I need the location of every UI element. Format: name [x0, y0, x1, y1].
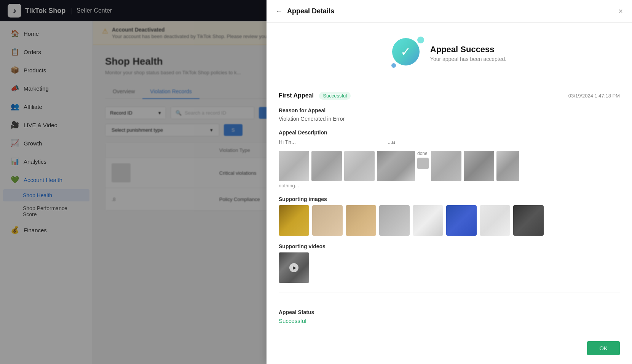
first-appeal-header: First Appeal Successful 03/19/2024 1:47:… — [279, 92, 620, 100]
blurred-image[interactable] — [464, 151, 494, 181]
support-image-7[interactable] — [480, 205, 510, 236]
description-text: Hi Th... ...a — [279, 138, 620, 146]
appeal-status-value: Successful — [279, 318, 620, 324]
appeal-status-badge: Successful — [319, 92, 351, 100]
nothing-text: nothing... — [279, 183, 620, 188]
appeal-date: 03/19/2024 1:47:18 PM — [568, 93, 620, 99]
blurred-images-row1: done — [279, 151, 620, 181]
description-label: Appeal Description — [279, 129, 620, 136]
blurred-small-img[interactable] — [417, 158, 429, 169]
support-image-8[interactable] — [513, 205, 544, 236]
blurred-image[interactable] — [311, 151, 342, 181]
support-image-1[interactable] — [279, 205, 309, 236]
support-image-2[interactable] — [312, 205, 343, 236]
panel-title: Appeal Details — [287, 7, 618, 15]
done-text: done — [417, 151, 429, 156]
panel-header: ← Appeal Details × — [267, 0, 632, 23]
ok-btn-wrap: OK — [267, 335, 632, 361]
check-icon: ✓ — [401, 45, 411, 59]
modal-overlay: ← Appeal Details × ✓ Appeal Success Your… — [0, 0, 632, 364]
appeal-success-title: Appeal Success — [430, 45, 506, 54]
blurred-image[interactable] — [431, 151, 461, 181]
appeal-status-label: Appeal Status — [279, 309, 620, 315]
close-button[interactable]: × — [618, 7, 623, 16]
success-icon-wrap: ✓ — [392, 38, 423, 69]
reason-value: Violation Generated in Error — [279, 116, 620, 122]
supporting-videos-grid: ▶ — [279, 252, 620, 283]
blurred-image[interactable] — [377, 151, 415, 181]
ok-button[interactable]: OK — [587, 341, 620, 355]
appeal-success-section: ✓ Appeal Success Your appeal has been ac… — [267, 23, 632, 81]
support-image-6[interactable] — [446, 205, 477, 236]
support-image-5[interactable] — [413, 205, 443, 236]
supporting-images-grid — [279, 205, 620, 236]
appeal-status-section: Appeal Status Successful — [279, 292, 620, 324]
success-dot-1 — [417, 37, 424, 43]
success-circle: ✓ — [392, 38, 420, 65]
appeal-success-subtitle: Your appeal has been accepted. — [430, 56, 506, 62]
supporting-images-label: Supporting images — [279, 196, 620, 202]
panel-body: First Appeal Successful 03/19/2024 1:47:… — [267, 81, 632, 335]
back-button[interactable]: ← — [276, 7, 282, 15]
support-video-1[interactable]: ▶ — [279, 252, 309, 283]
support-image-4[interactable] — [379, 205, 410, 236]
blurred-image[interactable] — [344, 151, 375, 181]
reason-label: Reason for Appeal — [279, 107, 620, 113]
success-dot-2 — [391, 63, 396, 68]
blurred-image[interactable] — [279, 151, 309, 181]
blurred-image[interactable] — [496, 151, 519, 181]
first-appeal-label: First Appeal — [279, 92, 314, 99]
supporting-videos-label: Supporting videos — [279, 243, 620, 249]
appeal-details-panel: ← Appeal Details × ✓ Appeal Success Your… — [267, 0, 632, 364]
support-image-3[interactable] — [346, 205, 376, 236]
